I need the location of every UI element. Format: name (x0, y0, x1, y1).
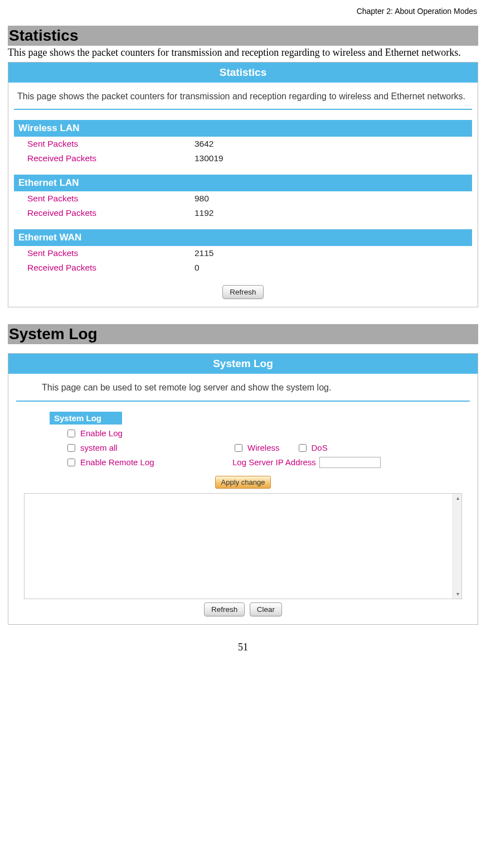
systemlog-settings: System Log Enable Log system all Wireles… (50, 412, 436, 489)
systemlog-panel: System Log This page can be used to set … (8, 353, 478, 625)
dos-option[interactable]: DoS (297, 442, 328, 454)
log-textarea[interactable]: ▴ ▾ (24, 493, 462, 599)
table-row: Received Packets 130019 (14, 151, 472, 166)
statistics-heading: Statistics (8, 26, 478, 46)
table-row: Sent Packets 3642 (14, 137, 472, 151)
elan-recv-value: 1192 (195, 208, 213, 218)
enable-log-label: Enable Log (80, 428, 123, 438)
statistics-banner: Statistics (8, 62, 478, 83)
system-all-option[interactable]: system all (65, 442, 232, 454)
table-row: Received Packets 1192 (14, 206, 472, 220)
elan-section-header: Ethernet LAN (14, 175, 472, 191)
scrollbar[interactable]: ▴ ▾ (453, 494, 461, 599)
wireless-label: Wireless (247, 443, 280, 452)
wireless-checkbox[interactable] (235, 444, 242, 452)
enable-remote-option[interactable]: Enable Remote Log (65, 457, 232, 468)
system-all-checkbox[interactable] (67, 444, 75, 452)
wlan-recv-label: Received Packets (27, 153, 195, 163)
ewan-recv-value: 0 (195, 263, 200, 273)
divider (16, 401, 470, 402)
table-row: Received Packets 0 (14, 261, 472, 275)
ewan-sent-value: 2115 (195, 248, 213, 258)
system-all-label: system all (80, 443, 118, 452)
systemlog-banner: System Log (8, 354, 478, 374)
refresh-button[interactable]: Refresh (222, 285, 263, 299)
wlan-sent-value: 3642 (195, 139, 213, 149)
systemlog-heading: System Log (8, 324, 478, 344)
dos-checkbox[interactable] (299, 444, 307, 452)
systemlog-box-title: System Log (50, 412, 122, 425)
elan-sent-label: Sent Packets (27, 194, 195, 204)
table-row: Sent Packets 980 (14, 191, 472, 206)
statistics-panel: Statistics This page shows the packet co… (8, 62, 478, 308)
elan-sent-value: 980 (195, 194, 209, 204)
ewan-section-header: Ethernet WAN (14, 229, 472, 246)
statistics-intro: This page shows the packet counters for … (8, 47, 478, 59)
scroll-up-icon[interactable]: ▴ (453, 494, 462, 503)
enable-remote-checkbox[interactable] (67, 459, 75, 466)
wireless-option[interactable]: Wireless (232, 442, 280, 454)
page-number: 51 (8, 642, 478, 653)
table-row: Sent Packets 2115 (14, 246, 472, 261)
dos-label: DoS (312, 443, 328, 452)
scroll-down-icon[interactable]: ▾ (453, 590, 462, 599)
chapter-header: Chapter 2: About Operation Modes (8, 7, 478, 16)
wlan-recv-value: 130019 (195, 153, 223, 163)
enable-log-option[interactable]: Enable Log (65, 428, 232, 439)
wlan-section-header: Wireless LAN (14, 120, 472, 137)
systemlog-desc: This page can be used to set remote log … (16, 374, 470, 398)
log-server-ip-input[interactable] (319, 457, 381, 468)
enable-remote-label: Enable Remote Log (80, 457, 154, 467)
apply-change-button[interactable]: Apply change (215, 476, 271, 489)
log-clear-button[interactable]: Clear (250, 602, 282, 616)
enable-log-checkbox[interactable] (67, 430, 75, 437)
log-refresh-button[interactable]: Refresh (204, 602, 245, 616)
log-server-ip-label: Log Server IP Address (232, 457, 316, 467)
statistics-panel-desc: This page shows the packet counters for … (14, 83, 472, 107)
wlan-sent-label: Sent Packets (27, 139, 195, 149)
elan-recv-label: Received Packets (27, 208, 195, 218)
ewan-recv-label: Received Packets (27, 263, 195, 273)
divider (14, 109, 472, 110)
ewan-sent-label: Sent Packets (27, 248, 195, 258)
